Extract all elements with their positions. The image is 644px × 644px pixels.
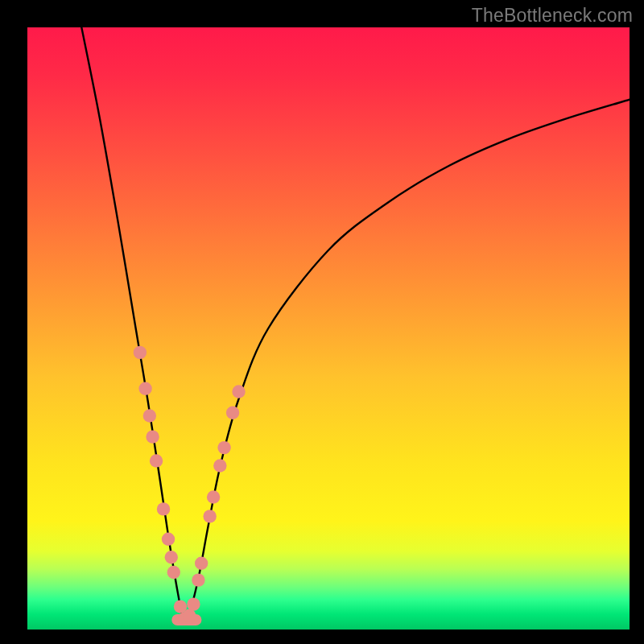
highlight-point xyxy=(226,407,239,419)
highlight-point xyxy=(207,490,220,503)
highlight-point xyxy=(183,609,196,622)
highlight-point xyxy=(187,597,200,610)
highlight-point xyxy=(232,385,245,398)
highlight-point xyxy=(138,382,151,395)
chart-frame: TheBottleneck.com xyxy=(0,0,644,644)
highlight-point xyxy=(150,454,163,467)
watermark-text: TheBottleneck.com xyxy=(472,5,633,27)
highlight-point xyxy=(146,430,159,443)
highlight-point xyxy=(167,566,180,579)
bottleneck-curve xyxy=(81,27,630,621)
highlight-point xyxy=(162,533,175,546)
chart-svg xyxy=(27,27,630,630)
highlight-point xyxy=(192,573,204,586)
highlight-point xyxy=(203,510,216,522)
highlight-point xyxy=(134,346,147,359)
highlight-point xyxy=(195,557,208,570)
highlight-point xyxy=(157,502,170,515)
marker-layer xyxy=(134,346,246,625)
plot-area xyxy=(27,27,630,630)
highlight-point xyxy=(213,459,226,472)
highlight-point xyxy=(165,551,178,564)
highlight-point xyxy=(143,409,156,422)
curve-layer xyxy=(81,27,630,621)
highlight-point xyxy=(217,441,230,454)
